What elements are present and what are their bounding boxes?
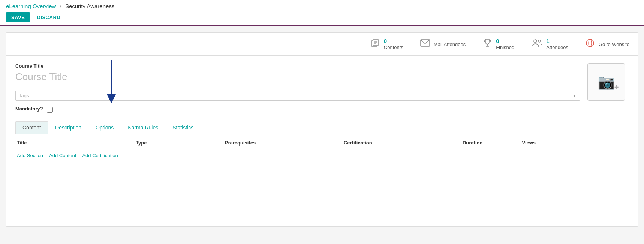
tab-description[interactable]: Description — [48, 121, 88, 134]
attendees-text: 1 Attendees — [546, 38, 568, 50]
mail-icon — [420, 39, 430, 49]
breadcrumb-current: Security Awareness — [65, 3, 114, 9]
form-main: Course Title Tags ▼ Mandatory? Content — [15, 63, 580, 162]
tabs-bar: Content Description Options Karma Rules … — [15, 121, 580, 134]
mail-label: Mail Attendees — [434, 42, 466, 47]
tab-karma-rules[interactable]: Karma Rules — [121, 121, 165, 134]
contents-icon — [370, 38, 380, 50]
form-card: 0 Contents Mail Attendees — [6, 32, 638, 227]
main-content: 0 Contents Mail Attendees — [0, 26, 644, 233]
stat-bar: 0 Contents Mail Attendees — [6, 33, 638, 56]
mandatory-label: Mandatory? — [15, 106, 43, 112]
mandatory-row: Mandatory? — [15, 106, 580, 113]
finished-text: 0 Finished — [496, 38, 514, 50]
contents-label: Contents — [384, 45, 403, 50]
plus-icon: + — [614, 83, 619, 92]
th-prerequisites: Prerequisites — [223, 140, 342, 146]
table-header: Title Type Prerequisites Certification D… — [15, 137, 580, 149]
discard-button[interactable]: DISCARD — [33, 12, 64, 22]
toolbar: SAVE DISCARD — [6, 12, 638, 25]
tab-content[interactable]: Content — [15, 121, 48, 134]
th-duration: Duration — [461, 140, 521, 146]
add-certification-link[interactable]: Add Certification — [82, 153, 118, 158]
course-title-label: Course Title — [15, 63, 580, 69]
add-content-link[interactable]: Add Content — [49, 153, 76, 158]
tags-chevron-icon: ▼ — [572, 94, 577, 98]
trophy-icon — [482, 38, 492, 50]
mandatory-checkbox[interactable] — [47, 107, 53, 113]
th-certification: Certification — [342, 140, 461, 146]
form-side: 📷 + — [587, 63, 629, 162]
attendees-icon — [531, 39, 542, 50]
course-title-input[interactable] — [15, 70, 233, 85]
go-website-label: Go to Website — [599, 42, 629, 47]
stat-spacer — [6, 33, 362, 55]
th-title: Title — [15, 140, 134, 146]
contents-text: 0 Contents — [384, 38, 403, 50]
mail-text: Mail Attendees — [434, 41, 466, 47]
tab-options[interactable]: Options — [88, 121, 121, 134]
stat-contents[interactable]: 0 Contents — [362, 33, 412, 55]
breadcrumb: eLearning Overview / Security Awareness — [6, 3, 638, 9]
finished-label: Finished — [496, 45, 514, 50]
svg-point-8 — [534, 40, 537, 43]
finished-count: 0 — [496, 38, 514, 44]
go-website-text: Go to Website — [599, 41, 629, 47]
form-body: Course Title Tags ▼ Mandatory? Content — [6, 56, 638, 170]
attendees-count: 1 — [546, 38, 568, 44]
globe-icon — [585, 38, 595, 50]
camera-icon-wrapper: 📷 + — [598, 74, 615, 90]
svg-point-9 — [538, 40, 541, 42]
tags-select[interactable]: Tags ▼ — [15, 91, 580, 101]
add-section-link[interactable]: Add Section — [17, 153, 43, 158]
breadcrumb-link[interactable]: eLearning Overview — [6, 3, 56, 9]
stat-attendees[interactable]: 1 Attendees — [523, 33, 577, 55]
breadcrumb-separator: / — [60, 3, 61, 9]
table-actions: Add Section Add Content Add Certificatio… — [15, 149, 580, 162]
save-button[interactable]: SAVE — [6, 12, 30, 22]
table-section: Title Type Prerequisites Certification D… — [15, 137, 580, 162]
contents-count: 0 — [384, 38, 403, 44]
tags-placeholder: Tags — [19, 93, 29, 98]
tags-row: Tags ▼ — [15, 91, 580, 101]
camera-icon: 📷 — [598, 74, 615, 90]
stat-mail-attendees[interactable]: Mail Attendees — [412, 33, 474, 55]
th-views: Views — [520, 140, 580, 146]
attendees-label: Attendees — [546, 45, 568, 50]
stat-go-website[interactable]: Go to Website — [577, 33, 638, 55]
th-type: Type — [134, 140, 223, 146]
tab-statistics[interactable]: Statistics — [165, 121, 201, 134]
stat-finished[interactable]: 0 Finished — [474, 33, 523, 55]
photo-upload[interactable]: 📷 + — [587, 63, 625, 101]
